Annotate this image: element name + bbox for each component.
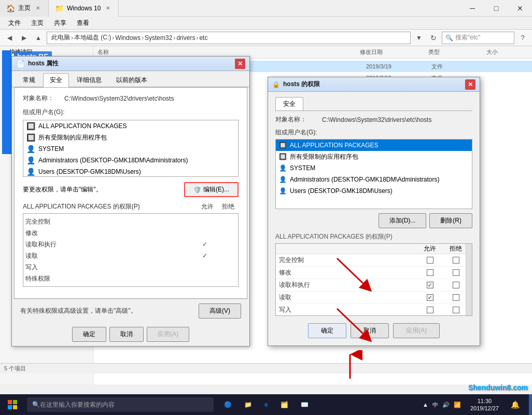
refresh-button[interactable]: ↻	[427, 32, 440, 44]
col-size-header[interactable]: 大小	[486, 48, 528, 56]
property-ok-button[interactable]: 确定	[72, 327, 106, 342]
perm-remove-button[interactable]: 删除(R)	[429, 213, 472, 228]
forward-button[interactable]: ▶	[18, 32, 30, 44]
path-windows[interactable]: Windows	[115, 34, 141, 42]
tab-previous[interactable]: 以前的版本	[109, 73, 154, 87]
checkbox-fullcontrol-deny[interactable]	[453, 257, 459, 264]
taskbar-explorer2[interactable]: 🗂️	[274, 396, 295, 413]
menu-home[interactable]: 主页	[27, 18, 48, 29]
maximize-button[interactable]: □	[484, 0, 508, 17]
tab-windows10-close[interactable]: ✕	[104, 4, 112, 12]
taskbar-cortana[interactable]: 🔵	[218, 396, 238, 413]
perm2-allow-modify[interactable]	[417, 269, 443, 276]
perm2-deny-fullcontrol[interactable]	[443, 257, 469, 264]
menu-view[interactable]: 查看	[73, 18, 93, 29]
checkbox-modify-deny[interactable]	[453, 269, 459, 276]
perm-name-modify: 修改	[25, 229, 194, 238]
minimize-button[interactable]: ─	[460, 0, 484, 17]
tab-home-close[interactable]: ✕	[34, 4, 42, 12]
volume-icon[interactable]: 🔊	[442, 402, 450, 408]
perm-dialog-buttons: 确定 取消 应用(A)	[275, 319, 472, 340]
checkbox-read-allow[interactable]	[427, 294, 433, 301]
perm-icon-admin: 👤	[279, 176, 287, 183]
path-etc[interactable]: etc	[199, 34, 207, 42]
network-tray-icon[interactable]: 📶	[454, 402, 461, 408]
tab-details[interactable]: 详细信息	[70, 73, 108, 87]
path-system32[interactable]: System32	[145, 34, 172, 42]
col-name-header[interactable]: 名称	[97, 48, 354, 56]
user-item-allpkg[interactable]: 🔲 ALL APPLICATION PACKAGES	[23, 120, 238, 132]
checkbox-write-allow[interactable]	[427, 307, 433, 313]
checkbox-write-deny[interactable]	[453, 307, 459, 313]
perm-apply-button[interactable]: 应用(A)	[393, 323, 440, 338]
perm-name-readexec: 读取和执行	[25, 240, 194, 249]
perm-user-restricted[interactable]: 🔲 所有受限制的应用程序包	[276, 151, 472, 162]
show-desktop-button[interactable]	[529, 394, 532, 415]
up-button[interactable]: ▲	[32, 32, 45, 44]
taskbar-edge[interactable]: e	[258, 396, 274, 413]
property-cancel-button[interactable]: 取消	[109, 327, 144, 342]
advanced-button[interactable]: 高级(V)	[199, 303, 241, 319]
back-button[interactable]: ◀	[3, 32, 16, 44]
perm-scrollbar[interactable]	[466, 244, 472, 315]
perm-close-button[interactable]: ✕	[465, 79, 475, 90]
col-type-header[interactable]: 类型	[428, 48, 480, 56]
tab-security[interactable]: 安全	[43, 73, 69, 87]
home-icon: 🏠	[6, 4, 15, 12]
menu-share[interactable]: 共享	[50, 18, 71, 29]
checkbox-readexec-deny[interactable]	[453, 282, 459, 288]
perm-ok-button[interactable]: 确定	[308, 323, 346, 338]
shield-icon: 🛡️	[193, 186, 201, 193]
perm2-allow-readexec[interactable]	[417, 282, 443, 288]
edit-button[interactable]: 🛡️ 编辑(E)...	[184, 182, 239, 197]
property-close-button[interactable]: ✕	[235, 59, 245, 69]
path-localdisk[interactable]: 本地磁盘 (C:)	[74, 33, 111, 42]
dropdown-button[interactable]: ▼	[413, 32, 425, 44]
user-item-users[interactable]: 👤 Users (DESKTOP-GMK18DM\Users)	[23, 166, 238, 177]
user-item-admin[interactable]: 👤 Administrators (DESKTOP-GMK18DM\Admini…	[23, 155, 238, 166]
perm-user-users[interactable]: 👤 Users (DESKTOP-GMK18DM\Users)	[276, 185, 472, 197]
checkbox-fullcontrol-allow[interactable]	[427, 257, 433, 264]
menu-file[interactable]: 文件	[4, 18, 25, 29]
tab-home[interactable]: 🏠 主页 ✕	[0, 0, 49, 17]
search-box[interactable]: 🔍 搜索"etc"	[442, 32, 514, 44]
perm-user-admin[interactable]: 👤 Administrators (DESKTOP-GMK18DM\Admini…	[276, 174, 472, 185]
perm-user-system[interactable]: 👤 SYSTEM	[276, 162, 472, 174]
taskbar-clock[interactable]: 11:30 2019/12/27	[466, 397, 503, 412]
perm2-deny-read[interactable]	[443, 294, 469, 301]
perm2-deny-modify[interactable]	[443, 269, 469, 276]
user-item-system[interactable]: 👤 SYSTEM	[23, 143, 238, 155]
perm-user-list[interactable]: 🔲 ALL APPLICATION PACKAGES 🔲 所有受限制的应用程序包…	[275, 139, 472, 209]
start-button[interactable]	[0, 394, 25, 415]
perm2-deny-readexec[interactable]	[443, 282, 469, 288]
perm-allow-read: ✓	[194, 252, 215, 259]
checkbox-modify-allow[interactable]	[427, 269, 433, 276]
address-path[interactable]: 此电脑 › 本地磁盘 (C:) › Windows › System32 › d…	[47, 32, 411, 44]
tab-general[interactable]: 常规	[16, 73, 42, 87]
taskbar-mail[interactable]: ✉️	[295, 396, 315, 413]
perm2-allow-write[interactable]	[417, 307, 443, 313]
path-computer[interactable]: 此电脑	[51, 33, 70, 42]
user-item-restricted[interactable]: 🔲 所有受限制的应用程序包	[23, 132, 238, 143]
perm-add-button[interactable]: 添加(D)...	[379, 213, 427, 228]
property-apply-button[interactable]: 应用(A)	[147, 327, 189, 342]
help-button[interactable]: ?	[516, 32, 529, 44]
user-list[interactable]: 🔲 ALL APPLICATION PACKAGES 🔲 所有受限制的应用程序包…	[23, 120, 239, 177]
user-name-allpkg: ALL APPLICATION PACKAGES	[38, 122, 127, 130]
object-name-field: 对象名称： C:\Windows\System32\drivers\etc\ho…	[23, 94, 239, 103]
tab-windows10[interactable]: 📁 Windows 10 ✕	[49, 0, 119, 17]
checkbox-read-deny[interactable]	[453, 294, 459, 301]
taskbar-explorer[interactable]: 📁	[238, 396, 258, 413]
perm-dialog-tab-security[interactable]: 安全	[275, 97, 303, 110]
close-button[interactable]: ✕	[508, 0, 532, 17]
perm2-allow-read[interactable]	[417, 294, 443, 301]
perm2-deny-write[interactable]	[443, 307, 469, 313]
taskbar-search[interactable]: 🔍 在这里输入你要搜索的内容	[27, 397, 214, 412]
checkbox-readexec-allow[interactable]	[427, 282, 433, 288]
perm-cancel-button[interactable]: 取消	[351, 323, 389, 338]
perm2-allow-fullcontrol[interactable]	[417, 257, 443, 264]
col-date-header[interactable]: 修改日期	[360, 48, 422, 56]
perm-user-allpkg[interactable]: 🔲 ALL APPLICATION PACKAGES	[276, 140, 472, 151]
notification-button[interactable]: 🔔	[503, 396, 527, 413]
path-drivers[interactable]: drivers	[176, 34, 195, 42]
